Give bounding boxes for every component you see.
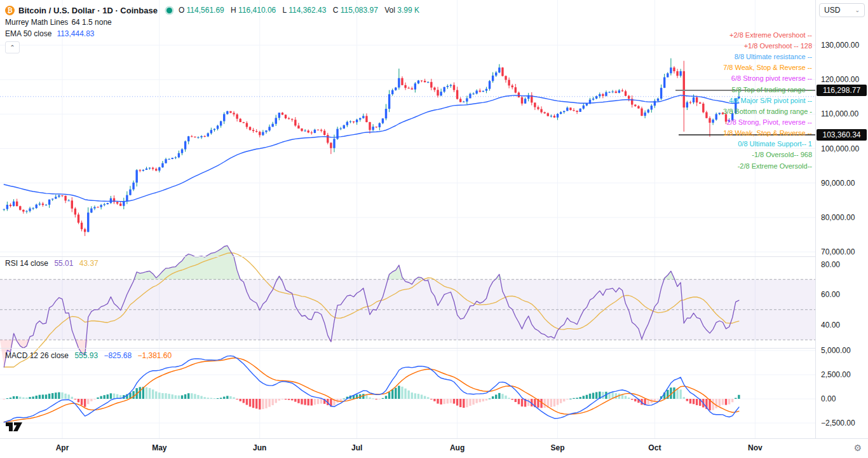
low-label: L xyxy=(283,6,287,15)
month-label: Apr xyxy=(56,443,69,452)
ema-indicator-row[interactable]: EMA 50 close 113,444.83 xyxy=(5,28,419,39)
axis-tick-label: 80.00 xyxy=(821,260,840,269)
month-label: Nov xyxy=(748,443,763,452)
murrey-level-label: +2/8 Extreme Overshoot -- xyxy=(729,31,812,39)
murrey-level-label: +1/8 Overshoot -- 128 xyxy=(744,42,812,50)
murrey-level-label: 8/8 Ultimate resistance -- xyxy=(735,53,812,60)
month-label: May xyxy=(152,443,166,452)
price-axis[interactable]: USD ⌄ 130,000.00120,000.00110,000.00100,… xyxy=(815,0,868,438)
panel-separator-rsi[interactable] xyxy=(0,256,815,257)
collapse-legend-button[interactable]: ⌃ xyxy=(5,41,20,53)
month-label: Sep xyxy=(551,443,565,452)
murrey-level-label: -1/8 Oversold-- 968 xyxy=(752,151,812,158)
axis-tick-label: 100,000.00 xyxy=(821,144,859,153)
chevron-up-icon: ⌃ xyxy=(10,44,15,51)
rsi-value: 55.01 xyxy=(54,259,73,268)
murrey-level-label: 4/8 Major S/R pivot point -- xyxy=(729,97,812,104)
close-label: C xyxy=(333,6,339,15)
rsi-title[interactable]: RSI 14 close xyxy=(5,259,48,268)
close-value: 115,083.97 xyxy=(341,6,378,15)
high-label: H xyxy=(231,6,236,15)
murrey-level-label: 1/8 Weak, Stop & Reverse -- xyxy=(723,129,812,137)
murrey-level-label: 6/8 Strong pivot reverse -- xyxy=(731,74,812,82)
axis-tick-label: 2,500.00 xyxy=(821,370,851,379)
price-source-dot-icon xyxy=(166,8,172,13)
open-label: O xyxy=(179,6,184,15)
rsi-legend-row[interactable]: RSI 14 close 55.01 43.37 xyxy=(5,259,102,268)
rsi-ma-value: 43.37 xyxy=(79,259,98,268)
chart-canvas[interactable] xyxy=(0,0,815,438)
murrey-indicator-title[interactable]: Murrey Math Lines xyxy=(5,18,68,27)
month-label: Jul xyxy=(351,443,362,452)
trading-chart-app: ₿ Bitcoin / U.S. Dollar · 1D · Coinbase … xyxy=(0,0,868,458)
legend: ₿ Bitcoin / U.S. Dollar · 1D · Coinbase … xyxy=(5,4,419,53)
symbol-title[interactable]: Bitcoin / U.S. Dollar · 1D · Coinbase xyxy=(18,6,158,15)
axis-tick-label: 60.00 xyxy=(821,290,840,299)
macd-title[interactable]: MACD 12 26 close xyxy=(5,351,69,360)
axis-tick-label: 5,000.00 xyxy=(821,346,851,355)
macd-legend-row[interactable]: MACD 12 26 close 555.93 −825.68 −1,381.6… xyxy=(5,351,175,360)
symbol-row[interactable]: ₿ Bitcoin / U.S. Dollar · 1D · Coinbase … xyxy=(5,4,419,17)
high-value: 116,410.06 xyxy=(238,6,276,15)
murrey-level-label: 2/8 Strong, Pivot, reverse -- xyxy=(727,118,813,126)
axis-tick-label: −2,500.00 xyxy=(821,419,855,427)
volume-label: Vol xyxy=(384,6,395,15)
murrey-level-label: 3/8 Bottom of trading range - xyxy=(723,108,812,115)
murrey-level-label: 0/8 Ultimate Support-- 1 xyxy=(738,140,812,148)
price-level-badge: 103,360.34 xyxy=(817,129,867,141)
ema-indicator-title[interactable]: EMA 50 close xyxy=(5,29,51,38)
murrey-indicator-params: 64 1.5 none xyxy=(71,18,111,27)
currency-label: USD xyxy=(824,6,840,15)
murrey-level-label: -2/8 Extreme Oversold-- xyxy=(738,162,812,170)
bitcoin-icon: ₿ xyxy=(5,6,15,15)
macd-signal-value: −1,381.60 xyxy=(138,351,172,360)
axis-tick-label: 110,000.00 xyxy=(821,109,858,118)
gear-icon[interactable]: ⚙ xyxy=(853,443,862,453)
month-label: Jun xyxy=(253,443,266,452)
murrey-level-label: 5/8 Top of trading range -- xyxy=(732,86,812,94)
axis-tick-label: 120,000.00 xyxy=(821,75,859,84)
ohlc-values: O 114,561.69 H 116,410.06 L 114,362.43 C… xyxy=(179,6,419,15)
murrey-level-label: 7/8 Weak, Stop & Reverse -- xyxy=(723,64,812,71)
volume-value: 3.99 K xyxy=(397,6,419,15)
currency-dropdown[interactable]: USD ⌄ xyxy=(819,3,865,17)
chevron-down-icon: ⌄ xyxy=(855,7,860,13)
time-axis[interactable]: ⚙ AprMayJunJulAugSepOctNov xyxy=(0,438,868,458)
tradingview-logo[interactable] xyxy=(5,421,24,433)
axis-tick-label: 0.00 xyxy=(821,394,836,403)
macd-line-value: −825.68 xyxy=(104,351,132,360)
month-label: Oct xyxy=(648,443,661,452)
axis-tick-label: 80,000.00 xyxy=(821,213,855,222)
axis-tick-label: 70,000.00 xyxy=(821,247,855,256)
ema-indicator-value: 113,444.83 xyxy=(57,29,94,38)
panel-separator-macd[interactable] xyxy=(0,348,815,349)
price-level-badge: 116,298.77 xyxy=(817,85,867,96)
axis-tick-label: 90,000.00 xyxy=(821,179,855,188)
axis-tick-label: 40.00 xyxy=(821,321,840,330)
month-label: Aug xyxy=(450,443,465,452)
axis-tick-label: 130,000.00 xyxy=(821,41,859,50)
open-value: 114,561.69 xyxy=(187,6,224,15)
low-value: 114,362.43 xyxy=(288,6,326,15)
macd-hist-value: 555.93 xyxy=(74,351,98,360)
murrey-indicator-row[interactable]: Murrey Math Lines 64 1.5 none xyxy=(5,17,419,28)
